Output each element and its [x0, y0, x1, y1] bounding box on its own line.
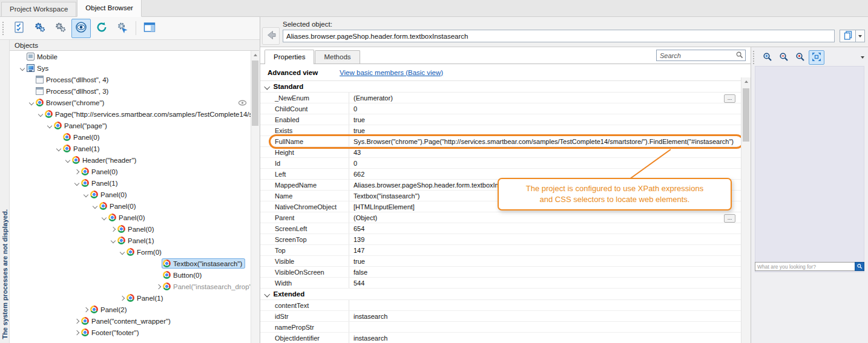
- tree-item[interactable]: Header("header"): [10, 154, 251, 166]
- tree-item[interactable]: Process("dllhost", 3): [10, 85, 251, 97]
- toolbar-grip-handle[interactable]: [753, 51, 757, 64]
- tree-item[interactable]: Browser("chrome"): [10, 97, 251, 108]
- collapse-chevron-icon[interactable]: [73, 177, 81, 189]
- tree-item[interactable]: Panel(0): [10, 166, 251, 177]
- tree-item[interactable]: Panel("instasearch_drop": [10, 281, 251, 292]
- property-row[interactable]: Enabledtrue: [260, 114, 741, 125]
- property-row[interactable]: Existstrue: [260, 125, 741, 136]
- preview-options-dropdown[interactable]: [858, 52, 867, 63]
- tree-item[interactable]: Button(0): [10, 269, 251, 281]
- property-row[interactable]: Parent(Object)...: [260, 212, 741, 223]
- tree-item[interactable]: Panel("content_wrapper"): [10, 315, 251, 327]
- tab-project-workspace[interactable]: Project Workspace: [1, 2, 76, 16]
- property-row[interactable]: Top147: [260, 245, 741, 256]
- back-button[interactable]: [262, 27, 280, 45]
- collapse-chevron-icon[interactable]: [110, 235, 117, 246]
- expand-chevron-icon[interactable]: [73, 166, 81, 177]
- tree-item[interactable]: Panel(0): [10, 223, 251, 235]
- chrome-icon: [108, 214, 116, 221]
- tree-item[interactable]: Mobile: [10, 51, 251, 62]
- tree-item[interactable]: Panel(0): [10, 212, 251, 223]
- property-row[interactable]: ObjectIdentifierinstasearch: [260, 333, 741, 343]
- tab-properties[interactable]: Properties: [265, 50, 314, 64]
- tree-item[interactable]: Process("dllhost", 4): [10, 74, 251, 85]
- ellipsis-button[interactable]: ...: [724, 214, 735, 223]
- run-routine-button[interactable]: [113, 19, 132, 38]
- scroll-up-button[interactable]: [251, 51, 259, 59]
- tree-item[interactable]: Footer("footer"): [10, 327, 251, 338]
- copy-dropdown-button[interactable]: [856, 30, 865, 42]
- tree-item[interactable]: Panel(0): [10, 189, 251, 200]
- section-header[interactable]: Extended: [260, 289, 741, 300]
- expand-chevron-icon[interactable]: [155, 281, 162, 292]
- tree-item[interactable]: Page("http://services.smartbear.com/samp…: [10, 108, 251, 120]
- tree-item[interactable]: Panel(1): [10, 292, 251, 304]
- tab-object-browser[interactable]: Object Browser: [77, 0, 142, 17]
- property-row[interactable]: ScreenLeft654: [260, 223, 741, 234]
- basic-view-link[interactable]: View basic members (Basic view): [340, 69, 443, 76]
- property-row[interactable]: FullNameSys.Browser("chrome").Page("http…: [260, 136, 741, 147]
- refresh-button[interactable]: [92, 19, 111, 38]
- section-header[interactable]: Standard: [260, 81, 741, 93]
- property-row[interactable]: ChildCount0: [260, 103, 741, 114]
- properties-scrollbar[interactable]: [741, 77, 751, 343]
- ellipsis-button[interactable]: ...: [724, 94, 735, 103]
- tree-item[interactable]: Panel(2): [10, 304, 251, 315]
- zoom-in-button[interactable]: [760, 50, 775, 65]
- expand-chevron-icon[interactable]: [73, 315, 81, 327]
- collapse-chevron-icon[interactable]: [46, 120, 53, 131]
- expand-chevron-icon[interactable]: [119, 292, 126, 304]
- collapse-chevron-icon[interactable]: [64, 154, 71, 166]
- tree-scrollbar[interactable]: [251, 51, 259, 343]
- collapse-chevron-icon[interactable]: [19, 62, 26, 74]
- property-row[interactable]: ScreenTop139: [260, 234, 741, 245]
- property-row[interactable]: Height43: [260, 147, 741, 158]
- tree-scrollbar-thumb[interactable]: [252, 60, 258, 126]
- property-row[interactable]: contentText: [260, 300, 741, 311]
- collapse-chevron-icon[interactable]: [55, 143, 62, 154]
- collapse-chevron-icon[interactable]: [91, 200, 99, 212]
- expand-chevron-icon[interactable]: [110, 223, 117, 235]
- properties-scrollbar-thumb[interactable]: [743, 88, 749, 142]
- zoom-out-button[interactable]: [776, 50, 792, 65]
- fit-to-screen-button[interactable]: [809, 50, 824, 65]
- visible-eye-icon[interactable]: [238, 100, 251, 106]
- copy-button[interactable]: [840, 30, 856, 42]
- scroll-up-button[interactable]: [741, 77, 751, 86]
- collapse-chevron-icon[interactable]: [28, 97, 35, 108]
- tree-item[interactable]: Panel("page"): [10, 120, 251, 131]
- add-checkpoint-button[interactable]: [10, 19, 29, 38]
- collapse-chevron-icon[interactable]: [119, 246, 126, 258]
- property-row[interactable]: _NewEnum(Enumerator)...: [260, 93, 741, 103]
- preview-search-button[interactable]: [855, 262, 864, 271]
- settings-button[interactable]: [51, 19, 70, 38]
- selected-object-input[interactable]: [283, 30, 835, 42]
- collapse-chevron-icon[interactable]: [82, 189, 90, 200]
- tree-item[interactable]: Panel(0): [10, 200, 251, 212]
- property-row[interactable]: Width544: [260, 278, 741, 289]
- locate-object-button[interactable]: [792, 50, 808, 65]
- tree-item[interactable]: Panel(1): [10, 235, 251, 246]
- property-row[interactable]: VisibleOnScreenfalse: [260, 267, 741, 278]
- expand-chevron-icon[interactable]: [82, 304, 90, 315]
- property-row[interactable]: idStrinstasearch: [260, 311, 741, 322]
- properties-search-input[interactable]: [659, 51, 735, 60]
- property-row[interactable]: Visibletrue: [260, 256, 741, 267]
- preview-search-input[interactable]: [755, 262, 855, 271]
- tree-item[interactable]: Panel(1): [10, 177, 251, 189]
- tree-item[interactable]: Panel(0): [10, 131, 251, 143]
- panel-layout-button[interactable]: [140, 19, 159, 38]
- highlight-object-button[interactable]: [71, 19, 91, 38]
- tree-item[interactable]: Sys: [10, 62, 251, 74]
- show-process-tree-button[interactable]: [30, 19, 50, 38]
- tree-item[interactable]: Form(0): [10, 246, 251, 258]
- collapse-chevron-icon[interactable]: [100, 212, 108, 223]
- property-row[interactable]: namePropStr: [260, 322, 741, 333]
- tree-item[interactable]: Panel(1): [10, 143, 251, 154]
- tree-item[interactable]: Textbox("instasearch"): [10, 258, 251, 269]
- property-row[interactable]: Id0: [260, 158, 741, 169]
- expand-chevron-icon[interactable]: [73, 327, 81, 338]
- collapse-chevron-icon[interactable]: [37, 108, 44, 120]
- tab-methods[interactable]: Methods: [315, 50, 360, 64]
- toolbar-grip-handle[interactable]: [2, 22, 6, 35]
